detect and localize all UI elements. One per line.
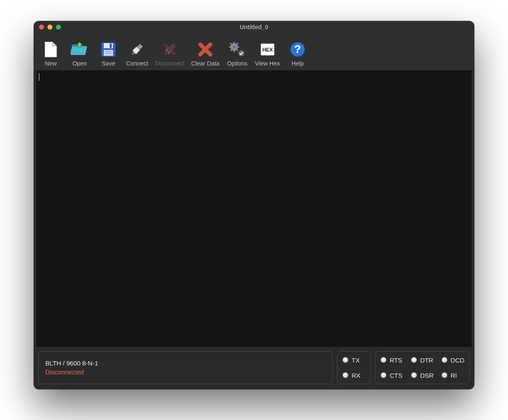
svg-text:?: ? [294, 43, 301, 55]
connection-panel: BLTH / 9600 8-N-1 Disconnected [38, 351, 333, 384]
clear-x-icon [196, 41, 214, 58]
led-icon [442, 357, 447, 363]
led-icon [442, 372, 447, 378]
control-lines-panel: RTS CTS DTR DSR DCD [375, 351, 470, 384]
led-icon [381, 357, 387, 363]
rx-indicator: RX [342, 372, 365, 379]
usb-plug-icon [128, 41, 146, 58]
terminal-output[interactable] [36, 71, 472, 347]
tx-indicator: TX [342, 357, 365, 364]
open-folder-icon [71, 41, 88, 58]
new-label: New [45, 60, 57, 67]
dcd-label: DCD [451, 357, 465, 364]
window-title: Untitled_0 [34, 24, 474, 30]
dsr-indicator: DSR [411, 372, 434, 379]
window-close-button[interactable] [39, 25, 44, 30]
led-icon [411, 357, 417, 363]
ri-indicator: RI [442, 372, 465, 379]
window-zoom-button[interactable] [56, 25, 61, 30]
viewhex-label: View Hex [255, 60, 280, 67]
help-button[interactable]: ? Help [283, 40, 312, 68]
led-icon [381, 372, 387, 378]
rx-label: RX [352, 372, 361, 379]
disconnect-button: Disconnect [152, 40, 188, 68]
cts-label: CTS [390, 372, 403, 379]
open-label: Open [72, 60, 87, 67]
toolbar: New Open [34, 33, 474, 71]
svg-line-21 [237, 49, 238, 51]
dsr-label: DSR [420, 372, 434, 379]
svg-point-15 [233, 46, 235, 48]
clear-label: Clear Data [191, 60, 219, 67]
led-icon [342, 372, 348, 378]
save-button[interactable]: Save [94, 40, 123, 68]
save-floppy-icon [99, 41, 117, 58]
dtr-label: DTR [420, 357, 433, 364]
ri-label: RI [451, 372, 457, 379]
svg-line-20 [230, 43, 232, 44]
dtr-indicator[interactable]: DTR [411, 357, 434, 364]
rts-label: RTS [390, 357, 403, 364]
svg-point-24 [238, 50, 244, 56]
svg-line-22 [230, 49, 232, 51]
options-button[interactable]: Options [223, 40, 251, 68]
connect-button[interactable]: Connect [123, 40, 152, 68]
connection-state-text: Disconnected [45, 368, 84, 376]
tx-label: TX [352, 357, 360, 364]
svg-text:HEX: HEX [262, 47, 273, 53]
led-icon [342, 357, 348, 363]
tx-rx-panel: TX RX [337, 351, 371, 384]
usb-disconnect-icon [161, 41, 179, 58]
rts-indicator[interactable]: RTS [381, 357, 403, 364]
help-label: Help [292, 60, 304, 67]
dcd-indicator: DCD [442, 357, 465, 364]
open-button[interactable]: Open [65, 40, 94, 68]
titlebar: Untitled_0 [34, 21, 474, 33]
gears-icon [228, 41, 246, 58]
clear-data-button[interactable]: Clear Data [188, 40, 223, 68]
app-window: Untitled_0 New [34, 21, 474, 389]
port-settings-text: BLTH / 9600 8-N-1 [45, 360, 98, 367]
new-file-icon [42, 41, 60, 58]
save-label: Save [102, 60, 115, 67]
disconnect-label: Disconnect [155, 60, 184, 67]
svg-rect-3 [104, 50, 113, 56]
hex-icon: HEX [259, 41, 276, 58]
view-hex-button[interactable]: HEX View Hex [251, 40, 283, 68]
connect-label: Connect [126, 60, 148, 67]
new-button[interactable]: New [36, 40, 65, 68]
cts-indicator: CTS [381, 372, 403, 379]
help-icon: ? [289, 41, 306, 58]
window-minimize-button[interactable] [47, 25, 52, 30]
options-label: Options [227, 60, 247, 67]
led-icon [411, 372, 417, 378]
svg-line-23 [237, 43, 238, 44]
svg-rect-2 [110, 44, 112, 48]
text-caret [39, 73, 39, 81]
status-bar: BLTH / 9600 8-N-1 Disconnected TX RX RTS [34, 347, 474, 389]
